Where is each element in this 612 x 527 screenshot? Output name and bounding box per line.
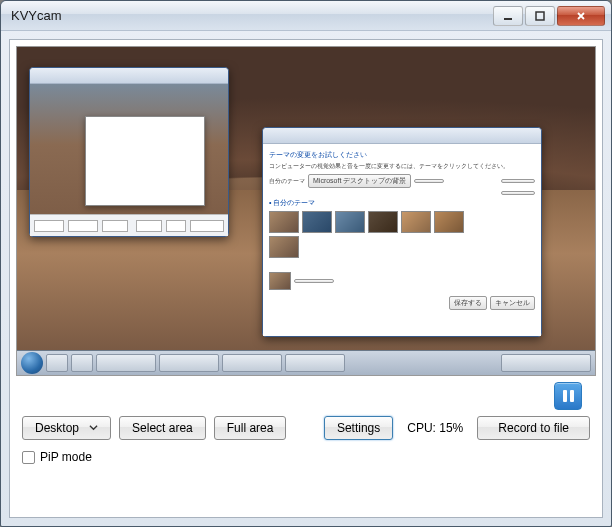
- full-area-button[interactable]: Full area: [214, 416, 287, 440]
- button-row: Desktop Select area Full area Settings C…: [18, 416, 594, 440]
- content-frame: テーマの変更をお試しください コンピューターの視覚効果と音を一度に変更するには、…: [9, 39, 603, 518]
- taskbar-item: [285, 354, 345, 372]
- dialog-side-btn: [501, 179, 535, 183]
- dialog-section: • 自分のテーマ: [269, 198, 535, 208]
- pip-mode-checkbox[interactable]: [22, 451, 35, 464]
- pip-body: [30, 84, 228, 236]
- source-dropdown[interactable]: Desktop: [22, 416, 111, 440]
- dialog-header-link: テーマの変更をお試しください: [269, 150, 535, 160]
- theme-thumb: [302, 211, 332, 233]
- window-controls: [493, 6, 605, 26]
- pip-mini-btn: [68, 220, 98, 232]
- maximize-button[interactable]: [525, 6, 555, 26]
- dialog-combo: Microsoft デスクトップの背景: [308, 174, 411, 188]
- theme-thumb: [335, 211, 365, 233]
- cpu-usage-label: CPU: 15%: [401, 421, 469, 435]
- pip-bottom-bar: [30, 214, 228, 236]
- theme-thumb-small: [269, 272, 291, 290]
- pip-mini-btn: [190, 220, 224, 232]
- window-title: KVYcam: [11, 8, 493, 23]
- pause-button[interactable]: [554, 382, 582, 410]
- pip-titlebar: [30, 68, 228, 84]
- record-to-file-button[interactable]: Record to file: [477, 416, 590, 440]
- dialog-combo-small: [294, 279, 334, 283]
- select-area-button[interactable]: Select area: [119, 416, 206, 440]
- pip-mode-row: PiP mode: [18, 450, 594, 464]
- start-orb-icon: [21, 352, 43, 374]
- titlebar[interactable]: KVYcam: [1, 1, 611, 31]
- source-dropdown-label: Desktop: [35, 421, 79, 435]
- dialog-window: テーマの変更をお試しください コンピューターの視覚効果と音を一度に変更するには、…: [262, 127, 542, 337]
- pip-window: [29, 67, 229, 237]
- pip-mini-btn: [102, 220, 128, 232]
- pause-icon: [563, 390, 574, 402]
- taskbar-tray: [501, 354, 591, 372]
- theme-thumb: [434, 211, 464, 233]
- dialog-ok-button: 保存する: [449, 296, 487, 310]
- pip-inner-window: [85, 116, 205, 206]
- pip-mini-text: [166, 220, 186, 232]
- controls-area: Desktop Select area Full area Settings C…: [16, 376, 596, 511]
- minimize-button[interactable]: [493, 6, 523, 26]
- dialog-cancel-button: キャンセル: [490, 296, 535, 310]
- captured-taskbar: [17, 350, 595, 375]
- dialog-side-btn: [501, 191, 535, 195]
- taskbar-item: [71, 354, 93, 372]
- pip-mode-label: PiP mode: [40, 450, 92, 464]
- app-window: KVYcam: [0, 0, 612, 527]
- taskbar-item: [96, 354, 156, 372]
- pip-mini-btn: [136, 220, 162, 232]
- chevron-down-icon: [89, 421, 98, 435]
- pip-mini-combo: [34, 220, 64, 232]
- dialog-section-label: 自分のテーマ: [269, 177, 305, 186]
- theme-thumb: [368, 211, 398, 233]
- theme-thumb: [269, 236, 299, 258]
- dialog-small-btn: [414, 179, 444, 183]
- taskbar-item: [159, 354, 219, 372]
- theme-thumb: [269, 211, 299, 233]
- svg-rect-1: [536, 12, 544, 20]
- taskbar-item: [46, 354, 68, 372]
- settings-button[interactable]: Settings: [324, 416, 393, 440]
- taskbar-item: [222, 354, 282, 372]
- dialog-subtext: コンピューターの視覚効果と音を一度に変更するには、テーマをクリックしてください。: [269, 162, 535, 171]
- svg-rect-0: [504, 18, 512, 20]
- theme-thumb: [401, 211, 431, 233]
- capture-preview: テーマの変更をお試しください コンピューターの視覚効果と音を一度に変更するには、…: [16, 46, 596, 376]
- dialog-titlebar: [263, 128, 541, 144]
- close-button[interactable]: [557, 6, 605, 26]
- dialog-body: テーマの変更をお試しください コンピューターの視覚効果と音を一度に変更するには、…: [263, 144, 541, 336]
